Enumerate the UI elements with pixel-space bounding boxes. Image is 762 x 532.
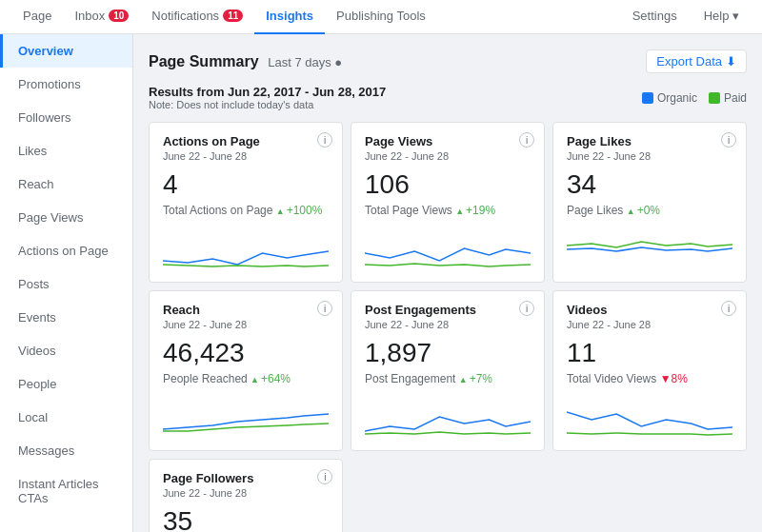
inbox-badge: 10 <box>109 10 129 22</box>
sidebar-item-promotions[interactable]: Promotions <box>0 68 132 101</box>
card-pagelikes-trend: +0% <box>627 204 660 217</box>
card-info-icon-videos[interactable]: i <box>721 301 736 316</box>
sidebar-item-followers[interactable]: Followers <box>0 101 132 134</box>
sidebar-item-actions-on-page[interactable]: Actions on Page <box>0 234 132 267</box>
page-summary-header: Page Summary Last 7 days ● Export Data ⬇ <box>149 49 747 73</box>
date-range-info: Results from Jun 22, 2017 - Jun 28, 2017… <box>149 85 386 110</box>
videos-chart-svg <box>567 393 732 439</box>
chart-legend: Organic Paid <box>642 91 747 105</box>
sidebar-item-instant-articles[interactable]: Instant Articles CTAs <box>0 467 132 515</box>
top-nav: Page Inbox 10 Notifications 11 Insights … <box>0 0 762 34</box>
card-pageviews-trend: +19% <box>455 204 495 217</box>
layout: Overview Promotions Followers Likes Reac… <box>0 34 762 532</box>
card-info-icon-reach[interactable]: i <box>317 301 332 316</box>
card-followers-title: Page Followers <box>163 471 329 485</box>
card-info-icon-engagements[interactable]: i <box>519 301 534 316</box>
card-pagelikes-chart <box>567 225 732 270</box>
card-reach-trend: +64% <box>251 372 291 385</box>
cards-grid-row1: i Actions on Page June 22 - June 28 4 To… <box>149 122 747 283</box>
sidebar-item-reach[interactable]: Reach <box>0 167 132 201</box>
nav-inbox[interactable]: Inbox 10 <box>63 0 140 34</box>
nav-settings[interactable]: Settings <box>621 0 689 34</box>
nav-insights[interactable]: Insights <box>254 0 325 34</box>
sidebar-item-overview[interactable]: Overview <box>0 34 132 68</box>
top-nav-left: Page Inbox 10 Notifications 11 Insights … <box>11 0 437 34</box>
legend-paid-dot <box>709 92 720 104</box>
engagements-chart-svg <box>365 393 531 439</box>
sidebar-item-page-views[interactable]: Page Views <box>0 201 132 234</box>
card-reach-date: June 22 - June 28 <box>163 319 329 330</box>
sidebar-item-messages[interactable]: Messages <box>0 434 132 467</box>
card-videos-date: June 22 - June 28 <box>567 319 732 330</box>
card-info-icon-followers[interactable]: i <box>317 469 332 484</box>
sidebar-item-posts[interactable]: Posts <box>0 267 132 301</box>
card-pageviews-date: June 22 - June 28 <box>365 150 531 162</box>
card-pageviews-chart <box>365 225 531 270</box>
card-pagelikes-date: June 22 - June 28 <box>567 150 732 162</box>
card-engagements-value: 1,897 <box>365 338 531 368</box>
card-engagements-chart <box>365 393 531 439</box>
sidebar-item-videos[interactable]: Videos <box>0 334 132 367</box>
card-reach-sublabel: People Reached +64% <box>163 372 329 385</box>
card-pageviews-value: 106 <box>365 169 531 200</box>
pageviews-chart-svg <box>365 225 531 270</box>
card-engagements-title: Post Engagements <box>365 303 531 317</box>
export-data-button[interactable]: Export Data ⬇ <box>646 49 747 73</box>
cards-grid-row2: i Reach June 22 - June 28 46,423 People … <box>149 290 747 451</box>
card-reach: i Reach June 22 - June 28 46,423 People … <box>149 290 343 451</box>
card-post-engagements: i Post Engagements June 22 - June 28 1,8… <box>351 290 545 451</box>
nav-publishing-tools[interactable]: Publishing Tools <box>325 0 437 34</box>
card-engagements-trend: +7% <box>459 372 492 385</box>
card-actions-on-page: i Actions on Page June 22 - June 28 4 To… <box>149 122 343 283</box>
legend-paid-label: Paid <box>724 91 747 105</box>
card-pagelikes-value: 34 <box>567 169 732 200</box>
card-info-icon-pageviews[interactable]: i <box>519 132 534 148</box>
card-reach-value: 46,423 <box>163 338 329 368</box>
card-reach-title: Reach <box>163 303 329 317</box>
sidebar-item-local[interactable]: Local <box>0 401 132 434</box>
card-actions-chart <box>163 225 329 270</box>
card-pageviews-sublabel: Total Page Views +19% <box>365 204 531 217</box>
nav-help[interactable]: Help ▾ <box>692 0 751 34</box>
card-info-icon-actions[interactable]: i <box>317 132 332 148</box>
date-range-text: Results from Jun 22, 2017 - Jun 28, 2017 <box>149 85 386 99</box>
card-actions-value: 4 <box>163 169 329 200</box>
page-summary-period: Last 7 days ● <box>268 55 342 69</box>
card-videos-value: 11 <box>567 338 732 368</box>
legend-organic: Organic <box>642 91 697 105</box>
nav-page[interactable]: Page <box>11 0 63 34</box>
pagelikes-chart-svg <box>567 225 732 270</box>
card-videos-trend: ▼8% <box>660 372 688 385</box>
card-actions-title: Actions on Page <box>163 134 329 148</box>
cards-grid-row3: i Page Followers June 22 - June 28 35 Pa… <box>149 459 747 532</box>
page-summary-title: Page Summary <box>149 53 259 69</box>
card-pagelikes-sublabel: Page Likes +0% <box>567 204 732 217</box>
card-videos: i Videos June 22 - June 28 11 Total Vide… <box>552 290 747 451</box>
card-actions-trend: +100% <box>276 204 323 217</box>
card-page-likes: i Page Likes June 22 - June 28 34 Page L… <box>552 122 747 283</box>
date-range-bar: Results from Jun 22, 2017 - Jun 28, 2017… <box>149 85 747 110</box>
page-summary-title-area: Page Summary Last 7 days ● <box>149 53 342 70</box>
card-engagements-sublabel: Post Engagement +7% <box>365 372 531 385</box>
sidebar: Overview Promotions Followers Likes Reac… <box>0 34 133 532</box>
card-page-views: i Page Views June 22 - June 28 106 Total… <box>351 122 545 283</box>
legend-organic-label: Organic <box>657 91 697 105</box>
main-content: Page Summary Last 7 days ● Export Data ⬇… <box>133 34 762 532</box>
export-icon: ⬇ <box>726 54 736 69</box>
card-videos-chart <box>567 393 732 439</box>
card-page-followers: i Page Followers June 22 - June 28 35 Pa… <box>149 459 343 532</box>
legend-organic-dot <box>642 92 653 104</box>
date-range-note: Note: Does not include today's data <box>149 99 386 110</box>
top-nav-right: Settings Help ▾ <box>621 0 751 34</box>
nav-notifications[interactable]: Notifications 11 <box>140 0 254 34</box>
card-followers-value: 35 <box>163 506 329 532</box>
sidebar-item-likes[interactable]: Likes <box>0 134 132 167</box>
card-actions-sublabel: Total Actions on Page +100% <box>163 204 329 217</box>
card-pagelikes-title: Page Likes <box>567 134 732 148</box>
card-followers-date: June 22 - June 28 <box>163 487 329 499</box>
sidebar-item-events[interactable]: Events <box>0 301 132 334</box>
card-engagements-date: June 22 - June 28 <box>365 319 531 330</box>
card-actions-date: June 22 - June 28 <box>163 150 329 162</box>
sidebar-item-people[interactable]: People <box>0 367 132 401</box>
card-info-icon-pagelikes[interactable]: i <box>721 132 736 148</box>
